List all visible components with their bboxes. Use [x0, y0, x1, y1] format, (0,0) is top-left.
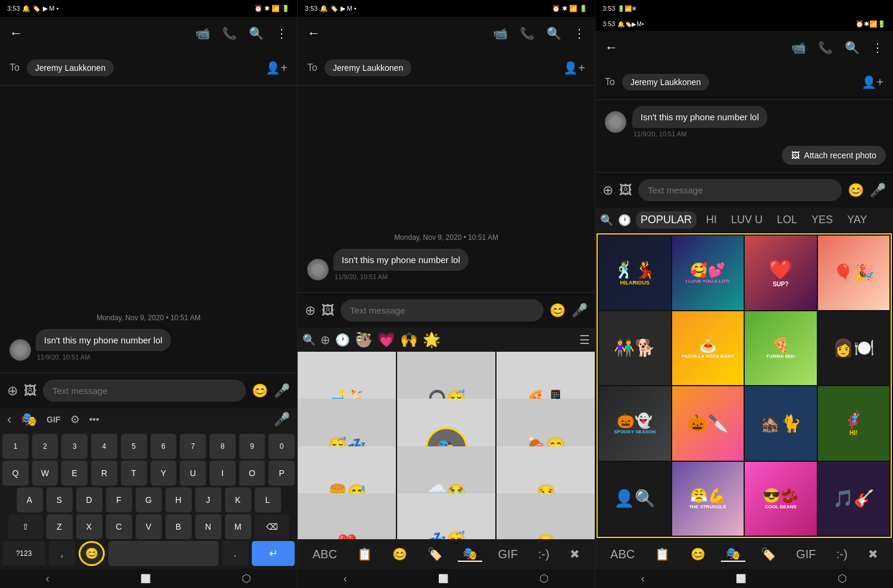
nav-back-3[interactable]: ‹: [641, 573, 645, 585]
bitmoji-iloveyou[interactable]: 🥰💕 I LOVE YOU A LOT!: [672, 236, 744, 310]
key-0[interactable]: 0: [268, 434, 295, 459]
bitmoji-hilarious[interactable]: 🕺💃 HILARIOUS: [599, 236, 671, 310]
more-icon-2[interactable]: ⋮: [573, 26, 585, 40]
attachment-icon-3[interactable]: 🖼: [619, 183, 632, 198]
kbd-mic-icon-1[interactable]: 🎤: [274, 412, 290, 427]
key-9[interactable]: 9: [239, 434, 266, 459]
add-person-icon-1[interactable]: 👤+: [266, 61, 288, 75]
key-1[interactable]: 1: [2, 434, 29, 459]
key-2[interactable]: 2: [32, 434, 58, 459]
more-icon-3[interactable]: ⋮: [872, 40, 883, 55]
kbd-gif-label-1[interactable]: GIF: [46, 415, 60, 424]
sticker-cell-12[interactable]: 😒: [497, 493, 595, 539]
cat-yay[interactable]: YAY: [842, 211, 872, 229]
video-call-icon-1[interactable]: 📹: [195, 26, 210, 40]
sticker-pack-star-2[interactable]: 🌟: [423, 331, 441, 348]
message-input-2[interactable]: [341, 299, 544, 321]
video-call-icon-2[interactable]: 📹: [493, 26, 508, 40]
key-o[interactable]: O: [239, 461, 266, 486]
sticker-pack-hands-2[interactable]: 🙌: [400, 331, 418, 348]
nav-home-3[interactable]: ⬜: [736, 574, 746, 583]
kbd-back-icon-1[interactable]: ‹: [7, 412, 11, 427]
key-n[interactable]: N: [195, 514, 221, 539]
bitmoji-music[interactable]: 🎵🎸: [818, 462, 890, 536]
bitmoji-yumma[interactable]: 🍕 YUMMA MIA!: [745, 311, 817, 386]
back-button-3[interactable]: ←: [605, 40, 618, 55]
key-d[interactable]: D: [76, 487, 102, 512]
key-backspace[interactable]: ⌫: [255, 514, 289, 539]
cat-lol[interactable]: LOL: [772, 211, 802, 229]
key-8[interactable]: 8: [210, 434, 236, 459]
bitmoji-spooky[interactable]: 🎃👻 SPOOKY SEASON: [599, 386, 671, 461]
tab-abc-3[interactable]: ABC: [605, 548, 639, 561]
key-123[interactable]: ?123: [2, 541, 45, 566]
tab-close-3[interactable]: ✖: [863, 547, 883, 561]
nav-home-2[interactable]: ⬜: [438, 574, 448, 583]
search-icon-kb-2[interactable]: 🔍: [302, 333, 316, 346]
key-6[interactable]: 6: [151, 434, 177, 459]
nav-back-2[interactable]: ‹: [344, 573, 347, 585]
key-q[interactable]: Q: [2, 461, 29, 486]
attach-recent-photo-button[interactable]: 🖼 Attach recent photo: [782, 146, 886, 165]
tab-emoticon-2[interactable]: :-): [533, 548, 554, 561]
kbd-sticker-icon-1[interactable]: 🎭: [21, 412, 37, 427]
mic-icon-1[interactable]: 🎤: [274, 383, 290, 399]
add-icon-2[interactable]: ⊕: [305, 303, 316, 318]
phone-call-icon-3[interactable]: 📞: [818, 40, 833, 55]
tab-close-2[interactable]: ✖: [565, 547, 585, 561]
search-icon-2[interactable]: 🔍: [547, 26, 561, 40]
add-icon-3[interactable]: ⊕: [602, 183, 613, 198]
key-enter[interactable]: ↵: [252, 541, 295, 566]
recent-icon-kb-3[interactable]: 🕐: [618, 214, 631, 227]
cat-hi[interactable]: HI: [701, 211, 722, 229]
key-g[interactable]: G: [136, 487, 162, 512]
key-c[interactable]: C: [106, 514, 132, 539]
bitmoji-balloons[interactable]: 🎈🎉: [818, 236, 890, 310]
key-b[interactable]: B: [166, 514, 192, 539]
sticker-cell-10[interactable]: ❤️: [298, 493, 396, 539]
back-button-2[interactable]: ←: [307, 26, 320, 41]
search-icon-3[interactable]: 🔍: [845, 40, 860, 55]
tab-clipboard-3[interactable]: 📋: [650, 547, 675, 561]
sticker-pack-sloth-2[interactable]: 🦥: [355, 331, 373, 348]
phone-call-icon-2[interactable]: 📞: [520, 26, 535, 40]
key-e[interactable]: E: [61, 461, 88, 486]
mic-icon-3[interactable]: 🎤: [870, 183, 886, 198]
sticker-pack-heart-2[interactable]: 💗: [377, 331, 395, 348]
tab-emoji-3[interactable]: 😊: [686, 547, 710, 561]
back-button-1[interactable]: ←: [10, 26, 23, 41]
key-7[interactable]: 7: [180, 434, 206, 459]
key-y[interactable]: Y: [151, 461, 177, 486]
key-p[interactable]: P: [268, 461, 295, 486]
emoji-icon-3[interactable]: 😊: [848, 183, 864, 198]
kbd-more-icon-1[interactable]: •••: [89, 414, 99, 425]
tab-sticker-3[interactable]: 🏷️: [756, 547, 780, 561]
contact-chip-1[interactable]: Jeremy Laukkonen: [27, 60, 114, 76]
key-r[interactable]: R: [91, 461, 117, 486]
key-u[interactable]: U: [180, 461, 206, 486]
key-5[interactable]: 5: [121, 434, 147, 459]
attachment-icon-1[interactable]: 🖼: [24, 383, 37, 399]
key-3[interactable]: 3: [61, 434, 88, 459]
search-icon-kb-3[interactable]: 🔍: [600, 214, 613, 227]
mic-icon-2[interactable]: 🎤: [572, 303, 588, 318]
tab-sticker-2[interactable]: 🏷️: [423, 547, 447, 561]
tab-emoji-2[interactable]: 😊: [388, 547, 412, 561]
key-shift[interactable]: ⇧: [8, 514, 43, 539]
more-icon-1[interactable]: ⋮: [276, 26, 288, 40]
key-a[interactable]: A: [17, 487, 43, 512]
contact-chip-3[interactable]: Jeremy Laukkonen: [622, 74, 709, 90]
tab-bitmoji-3[interactable]: 🎭: [721, 546, 745, 562]
key-4[interactable]: 4: [91, 434, 117, 459]
key-w[interactable]: W: [32, 461, 58, 486]
cat-yes[interactable]: YES: [807, 211, 838, 229]
bitmoji-coolbeans[interactable]: 😎🫘 COOL BEANS: [745, 462, 817, 536]
cat-luvu[interactable]: LUV U: [726, 211, 767, 229]
bitmoji-pasta[interactable]: 🍝 PASTA LA VISTA BABY: [672, 311, 744, 386]
key-v[interactable]: V: [136, 514, 162, 539]
message-input-3[interactable]: [638, 179, 842, 201]
sticker-cell-11[interactable]: 💤😴 MEH: [397, 493, 495, 539]
bitmoji-dinner[interactable]: 👩🍽️: [818, 311, 890, 386]
key-period[interactable]: .: [222, 541, 248, 566]
add-person-icon-3[interactable]: 👤+: [861, 75, 883, 89]
